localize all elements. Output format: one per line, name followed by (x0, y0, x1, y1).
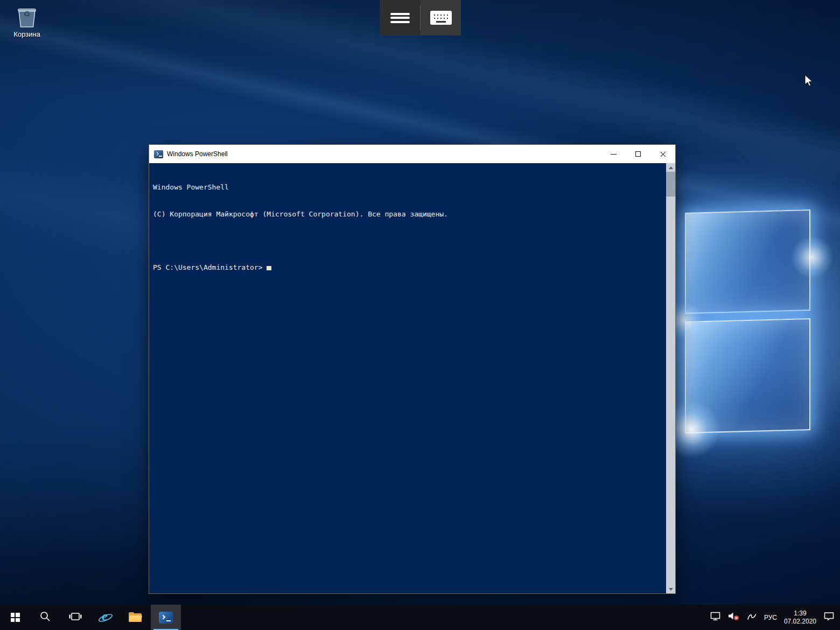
maximize-icon (635, 151, 641, 157)
console-prompt-line: PS C:\Users\Administrator> (153, 263, 666, 272)
console-line: (C) Корпорация Майкрософт (Microsoft Cor… (153, 210, 666, 219)
window-controls (601, 145, 675, 163)
arrow-up-icon (669, 166, 673, 169)
taskbar-search-button[interactable] (30, 605, 60, 630)
keyboard-icon (430, 11, 452, 25)
pen-input-tray-button[interactable] (747, 612, 757, 623)
windows-logo-pane-bottom (685, 318, 810, 433)
console-keyboard-button[interactable] (421, 0, 461, 36)
console-blank-line (153, 236, 666, 246)
action-center-icon (823, 612, 835, 623)
task-view-icon (69, 612, 82, 624)
hamburger-menu-icon (390, 11, 410, 25)
console-menu-button[interactable] (380, 0, 420, 36)
console-line: Windows PowerShell (153, 183, 666, 192)
minimize-icon (611, 154, 617, 155)
file-explorer-icon (129, 612, 143, 623)
window-title: Windows PowerShell (167, 150, 228, 158)
clock-time: 1:39 (784, 610, 816, 618)
search-icon (39, 611, 51, 625)
close-button[interactable] (650, 145, 675, 163)
volume-tray-button[interactable] (728, 612, 740, 623)
internet-explorer-button[interactable]: e (90, 605, 121, 630)
windows-start-icon (11, 613, 20, 622)
scrollbar-thumb[interactable] (666, 172, 675, 197)
display-tray-button[interactable] (710, 612, 721, 623)
recycle-bin-label: Корзина (8, 30, 46, 38)
file-explorer-button[interactable] (121, 605, 151, 630)
volume-muted-icon (728, 612, 740, 623)
console-prompt: PS C:\Users\Administrator> (153, 263, 267, 271)
clock-date: 07.02.2020 (784, 618, 816, 626)
scrollbar-up-button[interactable] (666, 163, 675, 172)
recycle-bin-icon: ♻ (15, 4, 39, 29)
recycle-symbol-icon: ♻ (15, 9, 39, 19)
arrow-down-icon (669, 588, 673, 591)
powershell-taskbar-button[interactable] (151, 605, 181, 630)
system-tray: РУС 1:39 07.02.2020 (710, 605, 840, 630)
console-area[interactable]: Windows PowerShell (C) Корпорация Майкро… (149, 163, 675, 593)
language-indicator[interactable]: РУС (764, 614, 777, 621)
powershell-window: Windows PowerShell Windows PowerShell (C… (149, 144, 676, 594)
action-center-button[interactable] (823, 612, 835, 623)
display-icon (710, 612, 721, 623)
powershell-icon (159, 612, 173, 624)
scrollbar-down-button[interactable] (666, 585, 675, 593)
recycle-bin-shortcut[interactable]: ♻ Корзина (8, 4, 46, 38)
windows-logo-pane-top (685, 209, 810, 314)
pen-input-icon (747, 612, 757, 623)
internet-explorer-icon: e (99, 611, 113, 625)
close-icon (660, 151, 667, 158)
window-titlebar[interactable]: Windows PowerShell (149, 145, 675, 163)
clock[interactable]: 1:39 07.02.2020 (784, 610, 816, 626)
scrollbar-track[interactable] (666, 197, 675, 585)
task-view-button[interactable] (60, 605, 90, 630)
vertical-scrollbar[interactable] (666, 163, 675, 593)
taskbar: e (0, 605, 840, 630)
console-cursor (267, 266, 271, 270)
desktop: ♻ Корзина Windows PowerShell (0, 0, 840, 630)
mouse-cursor (804, 75, 815, 90)
minimize-button[interactable] (601, 145, 626, 163)
vm-console-toolbar (380, 0, 461, 36)
start-button[interactable] (0, 605, 30, 630)
console-output: Windows PowerShell (C) Корпорация Майкро… (149, 163, 666, 593)
maximize-button[interactable] (626, 145, 650, 163)
powershell-app-icon (154, 150, 163, 158)
